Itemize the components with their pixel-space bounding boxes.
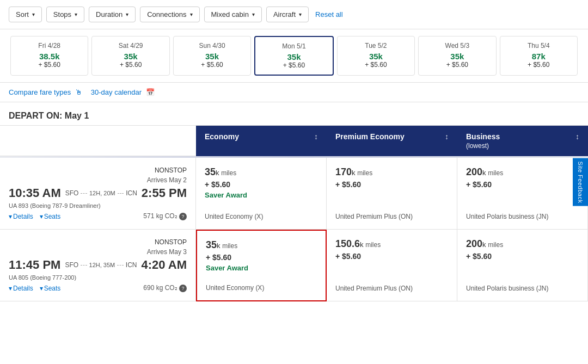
co2-info: 571 kg CO₂ ? — [143, 212, 187, 220]
col-header-1: Premium Economy ↕ — [327, 126, 457, 156]
price-cell-0-1[interactable]: 170k miles + $5.60 United Premium Plus (… — [327, 158, 457, 230]
date-miles: 35k — [423, 52, 491, 61]
miles-k-suffix: k — [352, 169, 356, 177]
details-link[interactable]: ▾ Details — [9, 285, 33, 292]
price-cash: + $5.60 — [335, 180, 448, 189]
arrive-time: 2:55 PM — [142, 186, 187, 200]
mixed-cabin-chevron: ▾ — [252, 11, 255, 17]
flight-number: UA 805 (Boeing 777-200) — [9, 274, 187, 281]
sort-icon[interactable]: ↕ — [445, 132, 449, 141]
filter-bar: Sort ▾ Stops ▾ Duration ▾ Connections ▾ … — [0, 0, 588, 29]
flight-number: UA 893 (Boeing 787-9 Dreamliner) — [9, 202, 187, 209]
saver-award: Saver Award — [206, 264, 317, 272]
date-label: Fri 4/28 — [15, 42, 83, 50]
price-cell-1-2[interactable]: 200k miles + $5.60 United Polaris busine… — [457, 230, 588, 301]
date-cell-6[interactable]: Thu 5/4 87k + $5.60 — [500, 36, 578, 76]
duration-label: Duration — [96, 10, 122, 18]
sort-label: Sort — [16, 10, 29, 18]
duration-filter[interactable]: Duration ▾ — [89, 7, 136, 22]
price-top: 200k miles + $5.60 — [466, 238, 579, 280]
route-line: SFO 12H, 35M ICN — [65, 261, 137, 269]
miles-amount: 35 — [205, 166, 216, 177]
date-label: Thu 5/4 — [505, 42, 573, 50]
date-label: Mon 5/1 — [260, 42, 328, 50]
date-cash: + $5.60 — [342, 61, 410, 69]
depart-header: DEPART ON: May 1 — [0, 102, 588, 125]
price-top: 170k miles + $5.60 — [335, 166, 448, 208]
price-top: 200k miles + $5.60 — [466, 166, 579, 208]
saver-award: Saver Award — [205, 191, 317, 199]
destination: ICN — [126, 189, 137, 197]
date-cell-2[interactable]: Sun 4/30 35k + $5.60 — [173, 36, 251, 76]
date-miles: 38.5k — [15, 52, 83, 61]
connections-label: Connections — [147, 10, 186, 18]
price-cell-0-2[interactable]: 200k miles + $5.60 United Polaris busine… — [457, 158, 588, 230]
date-cell-4[interactable]: Tue 5/2 35k + $5.60 — [337, 36, 415, 76]
fare-class: United Economy (X) — [205, 213, 317, 220]
sort-filter[interactable]: Sort ▾ — [9, 7, 42, 22]
flight-links: ▾ Details ▾ Seats 690 kg CO₂ ? — [9, 284, 187, 292]
site-feedback-button[interactable]: Site Feedback — [573, 158, 588, 206]
arrive-time: 4:20 AM — [141, 258, 187, 272]
date-cell-3[interactable]: Mon 5/1 35k + $5.60 — [254, 36, 333, 76]
co2-info-icon[interactable]: ? — [179, 213, 187, 220]
header-empty — [0, 126, 196, 156]
miles-amount: 150.6 — [335, 238, 360, 249]
price-cell-1-1[interactable]: 150.6k miles + $5.60 United Premium Plus… — [327, 230, 457, 301]
seats-link[interactable]: ▾ Seats — [40, 285, 61, 292]
sort-icon[interactable]: ↕ — [575, 132, 579, 141]
mixed-cabin-filter[interactable]: Mixed cabin ▾ — [204, 7, 262, 22]
date-label: Sun 4/30 — [178, 42, 246, 50]
fare-class: United Polaris business (JN) — [466, 213, 579, 220]
flight-info-1: NONSTOP Arrives May 3 11:45 PM SFO 12H, … — [0, 230, 196, 301]
date-cell-1[interactable]: Sat 4/29 35k + $5.60 — [91, 36, 169, 76]
price-cell-1-0[interactable]: 35k miles + $5.60 Saver Award United Eco… — [196, 230, 327, 301]
price-cash: + $5.60 — [466, 180, 579, 189]
date-cell-0[interactable]: Fri 4/28 38.5k + $5.60 — [10, 36, 88, 76]
fare-class: United Economy (X) — [206, 284, 317, 292]
price-cash: + $5.60 — [466, 252, 579, 261]
price-bottom: United Economy (X) — [205, 213, 317, 220]
nonstop-tag: NONSTOP — [9, 166, 187, 174]
miles-label: miles — [357, 169, 372, 177]
date-miles: 35k — [342, 52, 410, 61]
miles-label: miles — [365, 241, 381, 249]
col-header-label: Premium Economy — [335, 132, 405, 141]
aircraft-filter[interactable]: Aircraft ▾ — [266, 7, 309, 22]
route-dots — [81, 193, 87, 194]
miles-display: 200k miles — [466, 166, 579, 178]
date-miles: 35k — [178, 52, 246, 61]
mixed-cabin-label: Mixed cabin — [211, 10, 249, 18]
reset-all-button[interactable]: Reset all — [315, 10, 343, 18]
date-cash: + $5.60 — [178, 61, 246, 69]
compare-fares-link[interactable]: Compare fare types 🖱 — [9, 88, 82, 96]
miles-display: 200k miles — [466, 238, 579, 250]
date-cash: + $5.60 — [260, 61, 328, 69]
details-link[interactable]: ▾ Details — [9, 213, 33, 220]
price-bottom: United Premium Plus (ON) — [335, 213, 448, 220]
date-cell-5[interactable]: Wed 5/3 35k + $5.60 — [418, 36, 496, 76]
date-label: Wed 5/3 — [423, 42, 491, 50]
aircraft-label: Aircraft — [273, 10, 296, 18]
seats-link[interactable]: ▾ Seats — [40, 213, 61, 220]
price-cell-0-0[interactable]: 35k miles + $5.60 Saver Award United Eco… — [196, 158, 327, 230]
stops-filter[interactable]: Stops ▾ — [46, 7, 84, 22]
connections-filter[interactable]: Connections ▾ — [140, 7, 199, 22]
date-cash: + $5.60 — [505, 61, 573, 69]
co2-info-icon[interactable]: ? — [179, 285, 187, 292]
origin: SFO — [65, 261, 78, 269]
sort-icon[interactable]: ↕ — [314, 132, 318, 141]
stops-label: Stops — [53, 10, 71, 18]
price-bottom: United Polaris business (JN) — [466, 285, 579, 292]
calendar-link[interactable]: 30-day calendar 📅 — [91, 88, 155, 96]
duration-chevron: ▾ — [126, 11, 128, 17]
col-header-label: Business — [466, 132, 500, 141]
price-bottom: United Premium Plus (ON) — [335, 285, 448, 292]
miles-amount: 200 — [466, 238, 482, 249]
aircraft-chevron: ▾ — [299, 11, 302, 17]
miles-amount: 200 — [466, 166, 482, 177]
miles-label: miles — [222, 242, 237, 250]
nonstop-tag: NONSTOP — [9, 238, 187, 246]
col-header-sub: (lowest) — [466, 142, 500, 150]
route-line: SFO 12H, 20M ICN — [65, 189, 137, 197]
